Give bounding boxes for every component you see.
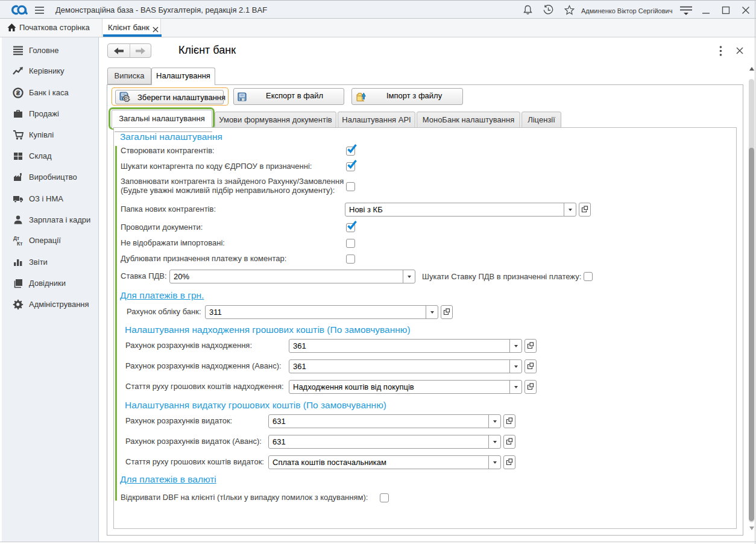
svg-text:Кт: Кт bbox=[17, 241, 22, 247]
svg-text:₴: ₴ bbox=[16, 89, 20, 96]
